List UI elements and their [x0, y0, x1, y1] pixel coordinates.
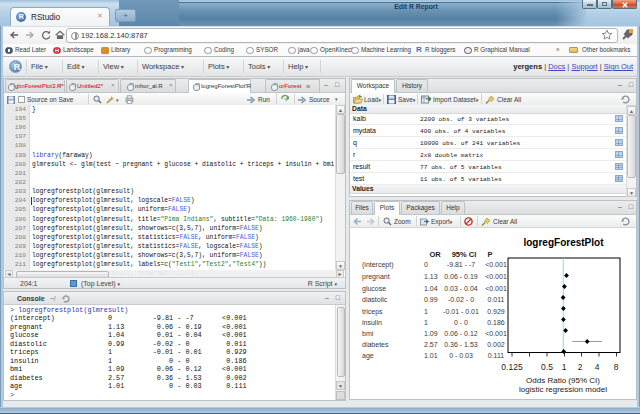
svg-text:pregnant: pregnant — [362, 273, 390, 281]
svg-text:0.186: 0.186 — [487, 319, 505, 326]
svg-text:age: age — [362, 352, 374, 360]
svg-text:0 - 0.03: 0 - 0.03 — [449, 352, 473, 359]
svg-text:-0.02 - 0: -0.02 - 0 — [448, 296, 474, 303]
svg-text:logregForestPlot: logregForestPlot — [523, 237, 604, 248]
svg-text:diastolic: diastolic — [362, 296, 388, 303]
svg-text:OR: OR — [429, 250, 441, 259]
svg-text:logistic regression model: logistic regression model — [519, 385, 607, 394]
svg-text:0.002: 0.002 — [487, 341, 505, 348]
svg-text:0.125: 0.125 — [501, 362, 523, 372]
svg-text:95% CI: 95% CI — [452, 250, 477, 259]
svg-text:triceps: triceps — [362, 308, 383, 316]
svg-text:1: 1 — [424, 319, 428, 326]
svg-text:<0.001: <0.001 — [485, 273, 507, 280]
svg-text:1.09: 1.09 — [424, 330, 438, 337]
svg-text:Odds Ratio (95% CI): Odds Ratio (95% CI) — [526, 376, 600, 385]
svg-text:8: 8 — [614, 362, 619, 372]
svg-text:1: 1 — [424, 308, 428, 315]
svg-text:0.99: 0.99 — [424, 296, 438, 303]
svg-text:0.929: 0.929 — [487, 308, 505, 315]
svg-text:diabetes: diabetes — [362, 341, 389, 348]
svg-text:glucose: glucose — [362, 285, 386, 293]
svg-text:<0.001: <0.001 — [485, 261, 507, 268]
svg-text:0 - 0: 0 - 0 — [454, 319, 468, 326]
svg-text:0.111: 0.111 — [488, 352, 505, 359]
svg-text:1.13: 1.13 — [424, 273, 438, 280]
svg-text:2.57: 2.57 — [424, 341, 438, 348]
svg-text:0.36 - 1.53: 0.36 - 1.53 — [444, 341, 478, 348]
svg-text:0.06 - 0.19: 0.06 - 0.19 — [444, 273, 478, 280]
svg-text:P: P — [487, 250, 492, 259]
svg-text:1.01: 1.01 — [424, 352, 438, 359]
svg-text:0.06 - 0.12: 0.06 - 0.12 — [444, 330, 478, 337]
svg-text:<0.001: <0.001 — [485, 285, 507, 292]
svg-text:0.03 - 0.04: 0.03 - 0.04 — [444, 285, 478, 292]
svg-text:(intercept): (intercept) — [362, 261, 394, 269]
svg-text:bmi: bmi — [362, 330, 374, 337]
svg-text:-9.81 - -7: -9.81 - -7 — [447, 261, 476, 268]
svg-text:1: 1 — [562, 362, 567, 372]
svg-text:4: 4 — [595, 362, 600, 372]
svg-text:0.011: 0.011 — [488, 296, 505, 303]
svg-text:insulin: insulin — [362, 319, 382, 326]
svg-text:0.5: 0.5 — [541, 362, 553, 372]
svg-text:1.04: 1.04 — [424, 285, 438, 292]
svg-text:2: 2 — [578, 362, 583, 372]
svg-text:-0.01 - 0.01: -0.01 - 0.01 — [443, 308, 479, 315]
svg-text:<0.001: <0.001 — [485, 330, 507, 337]
svg-text:0: 0 — [424, 261, 428, 268]
